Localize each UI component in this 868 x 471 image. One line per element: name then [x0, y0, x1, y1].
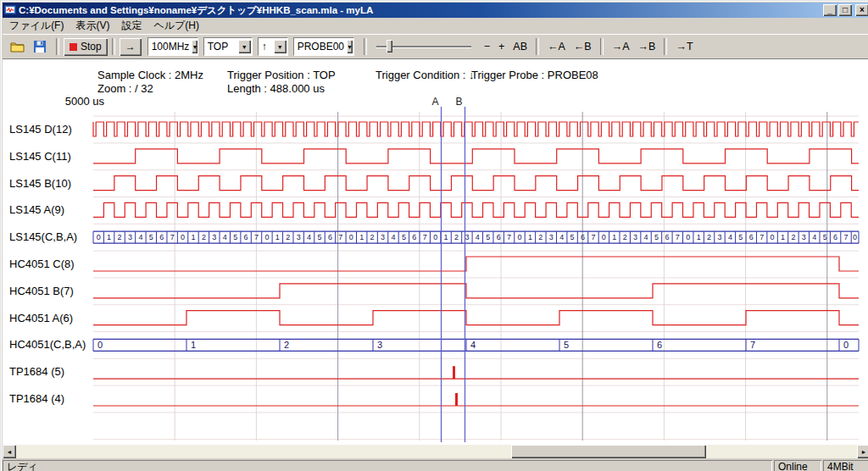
svg-text:0: 0	[771, 233, 775, 241]
svg-text:3: 3	[297, 233, 301, 241]
svg-text:6: 6	[833, 233, 837, 241]
close-button[interactable]: ×	[855, 4, 868, 16]
run-arrow-icon: →	[125, 41, 136, 53]
svg-text:2: 2	[202, 233, 206, 241]
svg-text:6: 6	[328, 233, 332, 241]
scroll-right-button[interactable]: ►	[857, 445, 868, 458]
toolbar-separator	[112, 38, 115, 55]
svg-text:1: 1	[612, 233, 616, 241]
stop-button[interactable]: Stop	[64, 38, 108, 56]
titlebar[interactable]: C:¥Documents and Settings¥noname¥デスクトップ¥…	[3, 3, 868, 18]
horizontal-scrollbar[interactable]: ◄ ►	[3, 445, 868, 458]
svg-text:4: 4	[728, 233, 732, 241]
scroll-thumb[interactable]	[511, 445, 706, 458]
svg-text:5: 5	[149, 233, 153, 241]
svg-text:7: 7	[170, 233, 175, 241]
menu-settings[interactable]: 設定	[115, 17, 147, 35]
svg-text:4: 4	[391, 233, 395, 241]
menu-help[interactable]: ヘルプ(H)	[147, 17, 205, 35]
svg-text:7: 7	[254, 233, 259, 241]
svg-text:A: A	[431, 96, 438, 108]
svg-text:2: 2	[538, 233, 542, 241]
run-button[interactable]: →	[120, 38, 142, 56]
status-message: レディ	[3, 460, 772, 471]
svg-text:2: 2	[370, 233, 375, 241]
svg-text:0: 0	[602, 233, 606, 241]
svg-text:1: 1	[275, 233, 280, 241]
svg-text:7: 7	[844, 233, 849, 241]
minimize-button[interactable]: _	[823, 4, 837, 16]
goto-trigger-button[interactable]: →T	[672, 38, 696, 55]
trigger-edge-value: ↑	[259, 41, 274, 53]
trigger-edge-select[interactable]: ↑ ▼	[258, 37, 288, 56]
toolbar-separator	[600, 38, 604, 55]
maximize-button[interactable]: □	[838, 4, 852, 16]
toolbar: Stop → 100MHz ▼ TOP ▼ ↑ ▼ PROBE00 ▼ − + …	[3, 34, 868, 58]
trigger-probe-select[interactable]: PROBE00 ▼	[293, 37, 354, 56]
menu-view[interactable]: 表示(V)	[70, 17, 115, 35]
svg-text:5: 5	[402, 233, 406, 241]
ab-button[interactable]: AB	[509, 38, 531, 55]
svg-text:7: 7	[591, 233, 595, 241]
svg-text:2: 2	[286, 233, 290, 241]
svg-text:5: 5	[233, 233, 237, 241]
save-button[interactable]	[30, 37, 50, 56]
svg-text:4: 4	[644, 233, 648, 241]
svg-text:6: 6	[581, 233, 585, 241]
status-online: Online	[774, 460, 821, 471]
svg-text:1: 1	[359, 233, 364, 241]
svg-text:7: 7	[676, 233, 680, 241]
svg-text:2: 2	[284, 340, 289, 350]
svg-text:1: 1	[107, 233, 111, 241]
chevron-down-icon[interactable]: ▼	[238, 40, 251, 53]
svg-text:3: 3	[802, 233, 806, 241]
goto-a-left-button[interactable]: ←A	[544, 38, 569, 55]
svg-text:1: 1	[444, 233, 448, 241]
chevron-down-icon[interactable]: ▼	[192, 40, 198, 53]
waveform-plot[interactable]: 0123456701234567012345670123456701234567…	[3, 59, 865, 443]
open-button[interactable]	[8, 37, 28, 56]
close-icon: ×	[860, 6, 865, 14]
svg-text:7: 7	[338, 233, 342, 241]
svg-text:0: 0	[97, 340, 103, 350]
stop-icon	[70, 43, 77, 51]
scroll-left-button[interactable]: ◄	[3, 445, 16, 458]
svg-text:4: 4	[307, 233, 311, 241]
svg-text:B: B	[455, 96, 462, 108]
zoom-slider-handle[interactable]	[387, 40, 392, 53]
zoom-slider[interactable]	[376, 38, 471, 55]
svg-text:6: 6	[657, 340, 662, 350]
svg-text:1: 1	[191, 340, 196, 350]
menu-file[interactable]: ファイル(F)	[3, 17, 70, 35]
maximize-icon: □	[843, 6, 848, 14]
sample-clock-select[interactable]: 100MHz ▼	[147, 37, 198, 56]
trigger-position-select[interactable]: TOP ▼	[203, 37, 253, 56]
svg-text:4: 4	[223, 233, 227, 241]
svg-text:3: 3	[549, 233, 554, 241]
status-memory: 4MBit	[823, 460, 868, 471]
svg-text:6: 6	[665, 233, 669, 241]
chevron-down-icon[interactable]: ▼	[347, 40, 353, 53]
svg-text:2: 2	[623, 233, 627, 241]
goto-b-left-button[interactable]: ←B	[570, 38, 595, 55]
zoom-out-button[interactable]: −	[481, 38, 493, 55]
goto-b-right-button[interactable]: →B	[635, 38, 659, 55]
zoom-in-button[interactable]: +	[495, 38, 508, 55]
scroll-left-icon: ◄	[7, 449, 13, 455]
svg-text:2: 2	[791, 233, 795, 241]
scroll-track[interactable]	[16, 445, 857, 458]
svg-text:7: 7	[507, 233, 511, 241]
svg-text:5: 5	[486, 233, 490, 241]
svg-text:0: 0	[686, 233, 690, 241]
svg-text:0: 0	[433, 233, 437, 241]
chevron-down-icon[interactable]: ▼	[274, 40, 287, 53]
svg-text:6: 6	[159, 233, 164, 241]
svg-text:4: 4	[470, 340, 476, 350]
svg-text:3: 3	[128, 233, 132, 241]
svg-text:7: 7	[750, 340, 755, 350]
svg-text:4: 4	[559, 233, 564, 241]
goto-a-right-button[interactable]: →A	[609, 38, 633, 55]
trigger-probe-value: PROBE00	[294, 41, 347, 53]
toolbar-separator	[56, 38, 59, 55]
svg-text:5: 5	[564, 340, 569, 350]
